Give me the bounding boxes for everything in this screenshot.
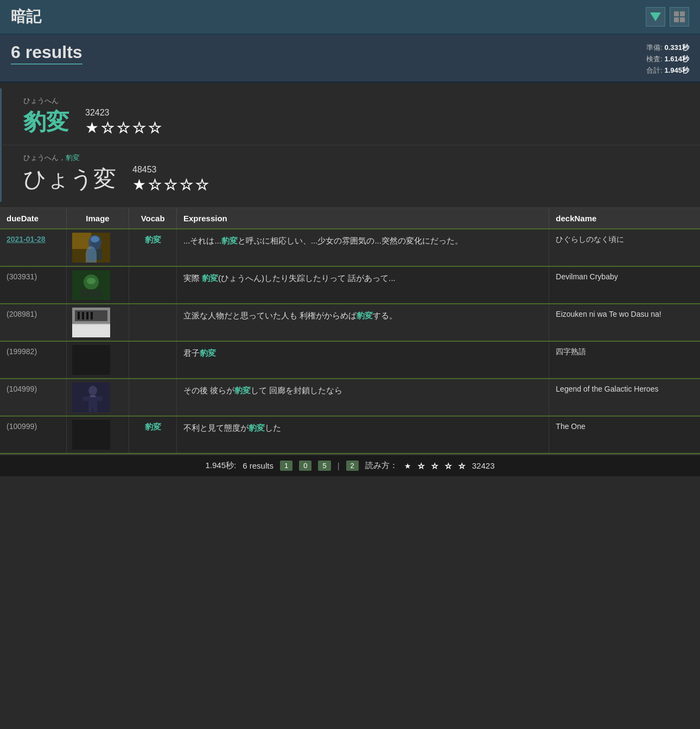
stat-prep: 準備: 0.331秒 bbox=[646, 42, 689, 54]
cell-deckname-4: 四字熟語 bbox=[549, 341, 700, 379]
word-reading-1: ひょうへん bbox=[23, 96, 684, 106]
svg-rect-16 bbox=[72, 325, 110, 337]
status-star-3: ☆ bbox=[431, 462, 438, 470]
col-header-image: Image bbox=[66, 208, 129, 229]
status-num2: 0 bbox=[299, 461, 311, 471]
cell-expression-2: 実際 豹変(ひょうへん)したり失踪したりって 話があって... bbox=[176, 266, 549, 304]
cell-deckname-5: Legend of the Galactic Heroes bbox=[549, 379, 700, 416]
status-num1: 1 bbox=[280, 461, 292, 471]
svg-rect-4 bbox=[88, 249, 102, 260]
star-2-4: ☆ bbox=[180, 176, 193, 194]
cell-duedate-3[interactable]: (208981) bbox=[0, 304, 66, 341]
table-row[interactable]: (303931) 実際 豹変(ひょうへん)したり失踪したりって 話があって... bbox=[0, 266, 700, 304]
results-count: 6 results bbox=[11, 42, 82, 65]
highlight-2a: 豹変 bbox=[202, 273, 218, 283]
cell-expression-4: 君子豹変 bbox=[176, 341, 549, 379]
thumbnail-placeholder-4 bbox=[72, 345, 110, 375]
table-row[interactable]: (100999) 豹変 不利と見て態度が豹変した The One bbox=[0, 416, 700, 453]
status-star-4: ☆ bbox=[445, 462, 452, 470]
cell-expression-6: 不利と見て態度が豹変した bbox=[176, 416, 549, 453]
svg-rect-15 bbox=[91, 312, 93, 319]
triangle-icon bbox=[650, 12, 661, 21]
star-2-2: ☆ bbox=[148, 176, 162, 194]
cell-vocab-6: 豹変 bbox=[129, 416, 177, 453]
svg-point-3 bbox=[91, 236, 99, 242]
thumbnail-2 bbox=[72, 270, 110, 300]
thumbnail-1 bbox=[72, 233, 110, 263]
results-table: dueDate Image Vocab Expression deckName … bbox=[0, 208, 700, 454]
col-header-deckname: deckName bbox=[549, 208, 700, 229]
highlight-5a: 豹変 bbox=[234, 386, 251, 395]
table-row[interactable]: (199982) 君子豹変 四字熟語 bbox=[0, 341, 700, 379]
cell-vocab-5 bbox=[129, 379, 177, 416]
star-2-1: ★ bbox=[132, 176, 146, 194]
word-stats-2: 48453 ★ ☆ ☆ ☆ ☆ bbox=[132, 165, 209, 194]
stat-prep-value: 0.331秒 bbox=[664, 43, 689, 52]
word-stars-1: ★ ☆ ☆ ☆ ☆ bbox=[85, 119, 162, 137]
cell-duedate-4[interactable]: (199982) bbox=[0, 341, 66, 379]
cell-image-4 bbox=[66, 341, 129, 379]
star-1-5: ☆ bbox=[148, 119, 162, 137]
cell-duedate-5[interactable]: (104999) bbox=[0, 379, 66, 416]
star-1-3: ☆ bbox=[117, 119, 130, 137]
highlight-6a: 豹変 bbox=[249, 423, 265, 432]
cell-expression-3: 立派な人物だと思っていた人も 利権がからめば豹変する。 bbox=[176, 304, 549, 341]
table-row[interactable]: 2021-01-28 豹変 ...それは...豹変と呼ぶに相応し bbox=[0, 229, 700, 266]
cell-image-3 bbox=[66, 304, 129, 341]
svg-rect-1 bbox=[72, 233, 91, 249]
col-header-duedate: dueDate bbox=[0, 208, 66, 229]
results-table-container: dueDate Image Vocab Expression deckName … bbox=[0, 207, 700, 454]
table-row[interactable]: (104999) bbox=[0, 379, 700, 416]
settings-icon-button[interactable] bbox=[670, 7, 689, 27]
svg-rect-13 bbox=[82, 312, 84, 319]
cell-duedate-1[interactable]: 2021-01-28 bbox=[0, 229, 66, 266]
thumbnail-3 bbox=[72, 308, 110, 337]
status-time: 1.945秒: bbox=[206, 461, 237, 471]
stat-prep-label: 準備: bbox=[646, 43, 663, 52]
filter-icon-button[interactable] bbox=[646, 7, 665, 27]
cell-vocab-2 bbox=[129, 266, 177, 304]
word-main-row-2: ひょう変 48453 ★ ☆ ☆ ☆ ☆ bbox=[23, 164, 684, 194]
status-reading-label: 読み方： bbox=[365, 461, 398, 471]
cell-duedate-6[interactable]: (100999) bbox=[0, 416, 66, 453]
thumbnail-placeholder-6 bbox=[72, 420, 110, 450]
cell-image-5 bbox=[66, 379, 129, 416]
stat-search: 検査: 1.614秒 bbox=[646, 54, 689, 65]
word-kanji-2: ひょう変 bbox=[23, 164, 116, 194]
stats-block: 準備: 0.331秒 検査: 1.614秒 合計: 1.945秒 bbox=[646, 42, 689, 76]
cell-duedate-2[interactable]: (303931) bbox=[0, 266, 66, 304]
app-title: 暗記 bbox=[11, 7, 41, 27]
header-icons bbox=[646, 7, 689, 27]
svg-rect-25 bbox=[90, 395, 96, 397]
stat-total: 合計: 1.945秒 bbox=[646, 65, 689, 76]
star-1-2: ☆ bbox=[101, 119, 114, 137]
status-star-2: ☆ bbox=[418, 462, 425, 470]
table-header-row: dueDate Image Vocab Expression deckName bbox=[0, 208, 700, 229]
status-num3: 5 bbox=[318, 461, 330, 471]
cell-vocab-3 bbox=[129, 304, 177, 341]
star-2-3: ☆ bbox=[164, 176, 177, 194]
grid-icon bbox=[674, 11, 685, 22]
cell-expression-1: ...それは...豹変と呼ぶに相応しい、...少女の雰囲気の...突然の変化にだ… bbox=[176, 229, 549, 266]
svg-rect-23 bbox=[88, 407, 92, 412]
col-header-expression: Expression bbox=[176, 208, 549, 229]
star-1-4: ☆ bbox=[132, 119, 146, 137]
cell-deckname-6: The One bbox=[549, 416, 700, 453]
cell-image-6 bbox=[66, 416, 129, 453]
highlight-3a: 豹変 bbox=[357, 311, 373, 320]
word-stats-1: 32423 ★ ☆ ☆ ☆ ☆ bbox=[85, 108, 162, 137]
stat-total-label: 合計: bbox=[646, 66, 663, 74]
star-1-1: ★ bbox=[85, 119, 99, 137]
svg-rect-8 bbox=[80, 289, 102, 297]
cell-deckname-3: Eizouken ni wa Te wo Dasu na! bbox=[549, 304, 700, 341]
stat-search-value: 1.614秒 bbox=[664, 55, 689, 63]
status-separator: | bbox=[338, 461, 340, 470]
svg-rect-21 bbox=[83, 397, 88, 401]
table-row[interactable]: (208981) bbox=[0, 304, 700, 341]
cell-vocab-1: 豹変 bbox=[129, 229, 177, 266]
svg-point-7 bbox=[87, 278, 96, 284]
word-number-1: 32423 bbox=[85, 108, 110, 118]
word-number-2: 48453 bbox=[132, 165, 157, 175]
word-reading-2: ひょうへん，豹変 bbox=[23, 153, 684, 163]
results-header: 6 results 準備: 0.331秒 検査: 1.614秒 合計: 1.94… bbox=[0, 35, 700, 83]
